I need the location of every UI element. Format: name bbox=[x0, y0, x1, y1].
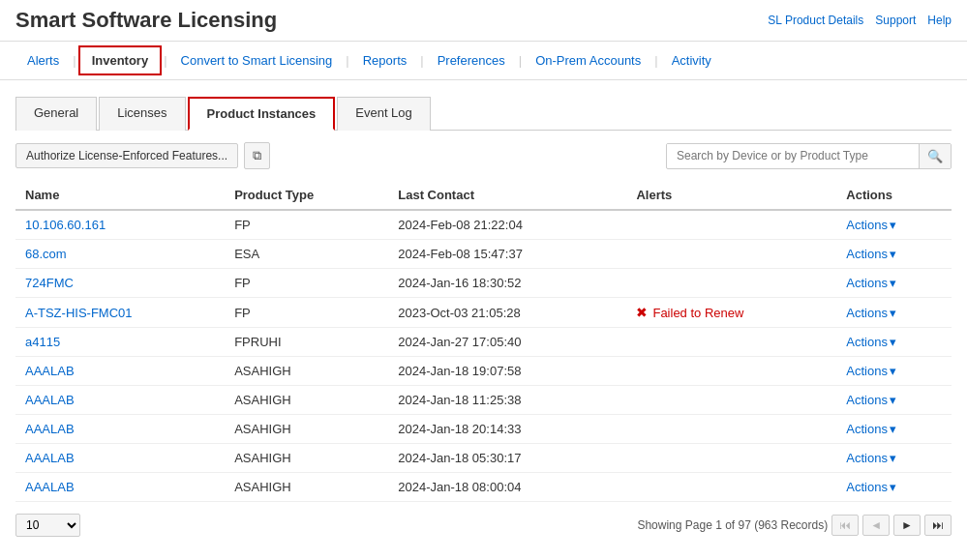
col-header-name: Name bbox=[15, 181, 225, 210]
instance-name-link[interactable]: a4115 bbox=[25, 335, 60, 349]
actions-dropdown[interactable]: Actions ▾ bbox=[846, 393, 942, 407]
table-header-row: Name Product Type Last Contact Alerts Ac… bbox=[15, 181, 952, 210]
col-header-actions: Actions bbox=[836, 181, 952, 210]
col-header-alerts: Alerts bbox=[626, 181, 836, 210]
table-row: AAALABASAHIGH2024-Jan-18 19:07:58Actions… bbox=[15, 357, 952, 386]
cell-product-type: FP bbox=[225, 269, 388, 298]
cell-alerts bbox=[626, 210, 836, 240]
cell-alerts bbox=[626, 473, 836, 502]
cell-last-contact: 2024-Jan-18 05:30:17 bbox=[388, 444, 626, 473]
table-footer: 10 25 50 100 Showing Page 1 of 97 (963 R… bbox=[15, 514, 952, 537]
actions-dropdown[interactable]: Actions ▾ bbox=[846, 364, 942, 378]
actions-chevron-icon: ▾ bbox=[890, 422, 896, 436]
table-row: AAALABASAHIGH2024-Jan-18 11:25:38Actions… bbox=[15, 386, 952, 415]
instance-name-link[interactable]: AAALAB bbox=[25, 422, 75, 436]
cell-last-contact: 2023-Oct-03 21:05:28 bbox=[388, 298, 626, 328]
tab-general[interactable]: General bbox=[15, 97, 97, 131]
instance-name-link[interactable]: 724FMC bbox=[25, 276, 74, 290]
tab-event-log[interactable]: Event Log bbox=[337, 97, 431, 131]
tab-product-instances[interactable]: Product Instances bbox=[188, 97, 336, 131]
first-page-button[interactable]: ⏮ bbox=[831, 515, 859, 536]
cell-last-contact: 2024-Feb-08 21:22:04 bbox=[388, 210, 626, 240]
last-page-button[interactable]: ⏭ bbox=[924, 515, 952, 536]
cell-actions: Actions ▾ bbox=[836, 210, 952, 240]
copy-icon: ⧉ bbox=[253, 148, 261, 162]
instance-name-link[interactable]: 68.com bbox=[25, 247, 67, 261]
page-size-selector[interactable]: 10 25 50 100 bbox=[15, 514, 80, 537]
nav-sep-6: | bbox=[652, 53, 659, 68]
pagination: Showing Page 1 of 97 (963 Records) ⏮ ◄ ►… bbox=[637, 515, 952, 536]
nav-bar: Alerts | Inventory | Convert to Smart Li… bbox=[0, 42, 967, 80]
actions-dropdown[interactable]: Actions ▾ bbox=[846, 335, 942, 349]
cell-last-contact: 2024-Feb-08 15:47:37 bbox=[388, 240, 626, 269]
cell-last-contact: 2024-Jan-18 19:07:58 bbox=[388, 357, 626, 386]
nav-item-on-prem[interactable]: On-Prem Accounts bbox=[524, 47, 652, 74]
cell-actions: Actions ▾ bbox=[836, 298, 952, 328]
actions-dropdown[interactable]: Actions ▾ bbox=[846, 480, 942, 494]
actions-chevron-icon: ▾ bbox=[890, 480, 896, 494]
actions-dropdown[interactable]: Actions ▾ bbox=[846, 247, 942, 261]
tab-licenses[interactable]: Licenses bbox=[99, 97, 185, 131]
tabs: General Licenses Product Instances Event… bbox=[15, 96, 952, 131]
actions-dropdown[interactable]: Actions ▾ bbox=[846, 422, 942, 436]
cell-product-type: ESA bbox=[225, 240, 388, 269]
prev-page-button[interactable]: ◄ bbox=[862, 515, 890, 536]
search-button[interactable]: 🔍 bbox=[919, 144, 951, 168]
app-title: Smart Software Licensing bbox=[15, 8, 277, 33]
nav-sep-2: | bbox=[162, 53, 168, 68]
toolbar-left: Authorize License-Enforced Features... ⧉ bbox=[15, 142, 270, 169]
alert-error-icon: ✖ bbox=[636, 305, 648, 320]
actions-dropdown[interactable]: Actions ▾ bbox=[846, 276, 942, 290]
instance-name-link[interactable]: AAALAB bbox=[25, 393, 75, 407]
cell-actions: Actions ▾ bbox=[836, 240, 952, 269]
actions-dropdown[interactable]: Actions ▾ bbox=[846, 306, 942, 320]
actions-dropdown[interactable]: Actions ▾ bbox=[846, 451, 942, 465]
nav-item-convert[interactable]: Convert to Smart Licensing bbox=[169, 47, 345, 74]
nav-item-reports[interactable]: Reports bbox=[351, 47, 419, 74]
cell-last-contact: 2024-Jan-18 20:14:33 bbox=[388, 415, 626, 444]
nav-item-activity[interactable]: Activity bbox=[660, 47, 723, 74]
copy-button[interactable]: ⧉ bbox=[244, 142, 270, 169]
help-link[interactable]: Help bbox=[927, 14, 952, 27]
actions-chevron-icon: ▾ bbox=[890, 276, 896, 290]
cell-product-type: FP bbox=[225, 298, 388, 328]
cell-actions: Actions ▾ bbox=[836, 357, 952, 386]
search-input[interactable] bbox=[667, 144, 919, 167]
actions-dropdown[interactable]: Actions ▾ bbox=[846, 218, 942, 232]
table-row: A-TSZ-HIS-FMC01FP2023-Oct-03 21:05:28✖Fa… bbox=[15, 298, 952, 328]
instance-name-link[interactable]: AAALAB bbox=[25, 480, 75, 494]
table-row: 68.comESA2024-Feb-08 15:47:37Actions ▾ bbox=[15, 240, 952, 269]
cell-product-type: ASAHIGH bbox=[225, 357, 388, 386]
cell-alerts bbox=[626, 269, 836, 298]
cell-actions: Actions ▾ bbox=[836, 473, 952, 502]
pagination-status: Showing Page 1 of 97 (963 Records) bbox=[637, 518, 828, 532]
actions-chevron-icon: ▾ bbox=[890, 451, 896, 465]
table-row: a4115FPRUHI2024-Jan-27 17:05:40Actions ▾ bbox=[15, 328, 952, 357]
cell-actions: Actions ▾ bbox=[836, 328, 952, 357]
alert-text: Failed to Renew bbox=[652, 306, 743, 320]
table-row: 10.106.60.161FP2024-Feb-08 21:22:04Actio… bbox=[15, 210, 952, 240]
authorize-button[interactable]: Authorize License-Enforced Features... bbox=[15, 143, 238, 168]
cell-name: AAALAB bbox=[15, 473, 225, 502]
page-size-select[interactable]: 10 25 50 100 bbox=[15, 514, 80, 537]
support-link[interactable]: Support bbox=[875, 14, 916, 27]
cell-name: 724FMC bbox=[15, 269, 225, 298]
cell-name: AAALAB bbox=[15, 386, 225, 415]
app-header: Smart Software Licensing SL Product Deta… bbox=[0, 0, 967, 42]
cell-actions: Actions ▾ bbox=[836, 415, 952, 444]
instance-name-link[interactable]: AAALAB bbox=[25, 451, 75, 465]
nav-item-preferences[interactable]: Preferences bbox=[426, 47, 517, 74]
cell-alerts bbox=[626, 444, 836, 473]
instance-name-link[interactable]: 10.106.60.161 bbox=[25, 218, 106, 232]
sl-product-details-link[interactable]: SL Product Details bbox=[768, 14, 863, 27]
instance-name-link[interactable]: A-TSZ-HIS-FMC01 bbox=[25, 306, 133, 320]
nav-item-inventory[interactable]: Inventory bbox=[78, 45, 163, 75]
nav-sep-4: | bbox=[418, 53, 425, 68]
nav-item-alerts[interactable]: Alerts bbox=[15, 47, 71, 74]
actions-chevron-icon: ▾ bbox=[890, 335, 896, 349]
next-page-button[interactable]: ► bbox=[893, 515, 921, 536]
search-icon: 🔍 bbox=[927, 149, 943, 163]
col-header-last-contact: Last Contact bbox=[388, 181, 626, 210]
cell-alerts bbox=[626, 386, 836, 415]
instance-name-link[interactable]: AAALAB bbox=[25, 364, 75, 378]
